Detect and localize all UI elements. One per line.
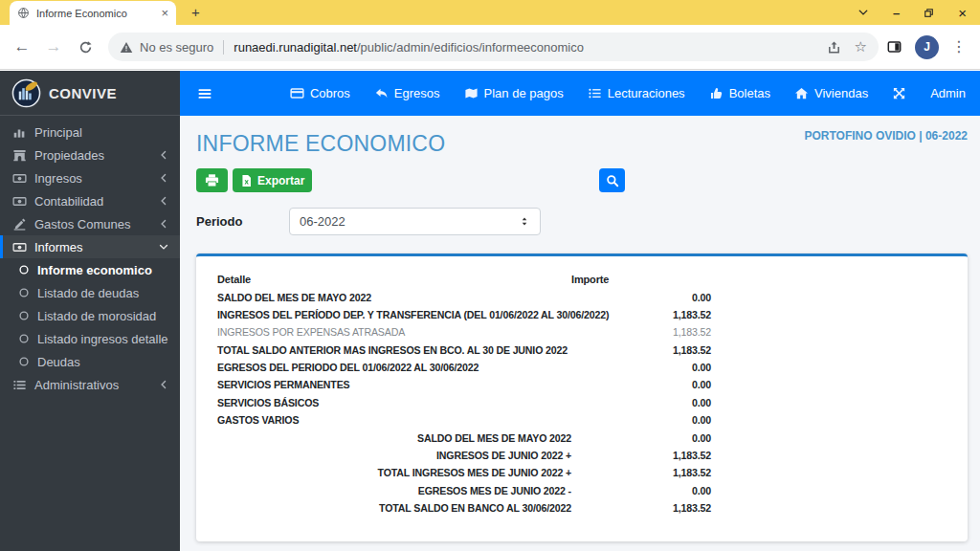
report-row-label: TOTAL INGRESOS MES DE JUNIO 2022 + — [217, 464, 571, 481]
sidebar-item-gastos-comunes[interactable]: Gastos Comunes — [0, 212, 180, 235]
report-row-value: 0.00 — [571, 376, 711, 393]
sidebar-item-principal[interactable]: Principal — [0, 121, 180, 143]
angle-left-icon — [155, 150, 171, 160]
new-tab-button[interactable]: + — [191, 4, 200, 20]
report-row-value: 0.00 — [571, 394, 711, 411]
navbar-item-cobros[interactable]: Cobros — [290, 86, 350, 100]
window-close-button[interactable]: × — [958, 5, 967, 21]
sidebar-subitem-listado-de-deudas[interactable]: Listado de deudas — [0, 281, 180, 304]
sidebar-item-propiedades[interactable]: Propiedades — [0, 143, 180, 166]
period-value: 06-2022 — [300, 214, 345, 229]
forward-icon[interactable]: → — [41, 37, 66, 56]
sidebar-item-informes[interactable]: Informes — [0, 235, 180, 258]
sidebar-item-label: Gastos Comunes — [34, 217, 130, 231]
money-bill-icon — [11, 240, 28, 254]
sidebar-item-label: Contabilidad — [34, 194, 103, 209]
page-content: INFORME ECONOMICO PORTOFINO OVIDIO | 06-… — [180, 116, 980, 551]
window-minimize-button[interactable]: – — [893, 6, 900, 20]
security-label: No es seguro — [140, 40, 213, 55]
sidebar-item-label: Principal — [34, 125, 82, 140]
tab-search-chevron-icon[interactable] — [858, 7, 869, 18]
print-button[interactable] — [196, 168, 228, 192]
sidebar-subitem-label: Listado de morosidad — [37, 309, 156, 323]
sidebar-subitem-listado-de-morosidad[interactable]: Listado de morosidad — [0, 304, 180, 327]
brand[interactable]: CONVIVE — [0, 71, 180, 116]
tab-close-icon[interactable]: × — [161, 6, 168, 20]
navbar-item-egresos[interactable]: Egresos — [374, 86, 440, 100]
period-select[interactable]: 06-2022 — [289, 208, 541, 235]
sidebar-item-contabilidad[interactable]: Contabilidad — [0, 189, 180, 212]
share-icon[interactable] — [827, 40, 841, 55]
url-bar[interactable]: No es seguro runaedi.runadigital.net /pu… — [108, 33, 879, 61]
report-row-label: INGRESOS DE JUNIO 2022 + — [217, 447, 571, 464]
sidebar-subitem-deudas[interactable]: Deudas — [0, 350, 180, 373]
page-title: INFORME ECONOMICO — [196, 131, 445, 157]
report-row-label: TOTAL SALDO EN BANCO AL 30/06/2022 — [217, 499, 571, 517]
circle-icon — [18, 333, 30, 344]
report-row-label: TOTAL SALDO ANTERIOR MAS INGRESOS EN BCO… — [217, 342, 571, 359]
building-period-context: PORTOFINO OVIDIO | 06-2022 — [804, 129, 968, 143]
home-icon — [794, 86, 809, 100]
navbar-item-plan-de-pagos[interactable]: Plan de pagos — [464, 86, 564, 100]
report-row: INGRESOS DEL PERÍODO DEP. Y TRANSFERENCI… — [217, 306, 711, 323]
sidebar-subitem-informe-economico[interactable]: Informe economico — [0, 258, 180, 281]
sidebar-subitem-label: Listado ingresos detalle — [37, 332, 168, 346]
navbar-item-viviendas[interactable]: Viviendas — [794, 86, 868, 100]
report-row: INGRESOS DE JUNIO 2022 +1,183.52 — [217, 447, 711, 464]
chart-bar-icon — [11, 125, 28, 140]
window-restore-button[interactable] — [924, 8, 934, 18]
report-row: INGRESOS POR EXPENSAS ATRASADA1,183.52 — [217, 323, 711, 341]
sidebar-subitem-label: Deudas — [37, 355, 80, 369]
angle-left-icon — [155, 219, 171, 229]
report-row-label: INGRESOS POR EXPENSAS ATRASADA — [217, 323, 571, 341]
navbar-item-lecturaciones[interactable]: Lecturaciones — [588, 86, 685, 100]
sidebar-item-ingresos[interactable]: Ingresos — [0, 166, 180, 189]
reply-icon — [374, 86, 389, 100]
warning-icon — [120, 41, 133, 54]
avatar[interactable]: J — [915, 35, 939, 59]
circle-icon — [18, 287, 30, 298]
report-row-label: SERVICIOS BÁSICOS — [217, 394, 571, 411]
report-row-label: EGRESOS DEL PERIODO DEL 01/06/2022 AL 30… — [217, 359, 571, 376]
report-row-value: 0.00 — [571, 482, 711, 499]
angle-left-icon — [155, 173, 171, 183]
navbar-item-label: Egresos — [394, 86, 440, 100]
report-row-label: GASTOS VARIOS — [217, 411, 571, 429]
side-panel-icon[interactable] — [886, 39, 902, 55]
report-row-value: 1,183.52 — [571, 464, 711, 481]
navbar-item-boletas[interactable]: Boletas — [709, 86, 770, 100]
select-updown-icon — [519, 215, 530, 228]
report-row-label: SALDO DEL MES DE MAYO 2022 — [217, 288, 571, 305]
report-row: SALDO DEL MES DE MAYO 20220.00 — [217, 288, 711, 305]
search-button[interactable] — [599, 168, 625, 192]
report-row: SERVICIOS PERMANENTES0.00 — [217, 376, 711, 393]
refresh-icon[interactable] — [73, 40, 98, 55]
browser-tab[interactable]: Informe Economico × — [10, 1, 176, 25]
circle-icon — [18, 264, 30, 276]
period-label: Periodo — [196, 214, 289, 229]
report-row-value: 0.00 — [571, 429, 711, 446]
navbar-item-expand[interactable] — [892, 86, 906, 100]
sidebar-item-administrativos[interactable]: Administrativos — [0, 373, 180, 396]
navbar-item-label: Viviendas — [814, 86, 868, 100]
report-row-label: EGRESOS MES DE JUNIO 2022 - — [217, 482, 571, 499]
url-host: runaedi.runadigital.net — [234, 40, 357, 55]
report-row-value: 0.00 — [571, 411, 711, 429]
hamburger-icon[interactable] — [196, 86, 213, 101]
report-table-body: SALDO DEL MES DE MAYO 20220.00INGRESOS D… — [217, 288, 711, 517]
report-row: SALDO DEL MES DE MAYO 20220.00 — [217, 429, 711, 446]
report-row: TOTAL INGRESOS MES DE JUNIO 2022 +1,183.… — [217, 464, 711, 481]
report-row-value: 0.00 — [571, 359, 711, 376]
globe-icon — [17, 7, 30, 19]
browser-tab-strip: Informe Economico × + – × — [0, 0, 980, 25]
tab-title: Informe Economico — [36, 8, 154, 19]
back-icon[interactable]: ← — [10, 37, 34, 56]
sidebar-subitem-listado-ingresos-detalle[interactable]: Listado ingresos detalle — [0, 327, 180, 350]
report-row-value: 1,183.52 — [571, 323, 711, 341]
navbar-item-label: Boletas — [729, 86, 770, 100]
navbar-item-admin[interactable]: Admin — [930, 86, 966, 100]
archway-icon — [11, 148, 28, 163]
export-button[interactable]: Exportar — [233, 168, 312, 192]
report-row: EGRESOS MES DE JUNIO 2022 -0.00 — [217, 482, 711, 499]
angle-down-icon — [155, 242, 171, 252]
